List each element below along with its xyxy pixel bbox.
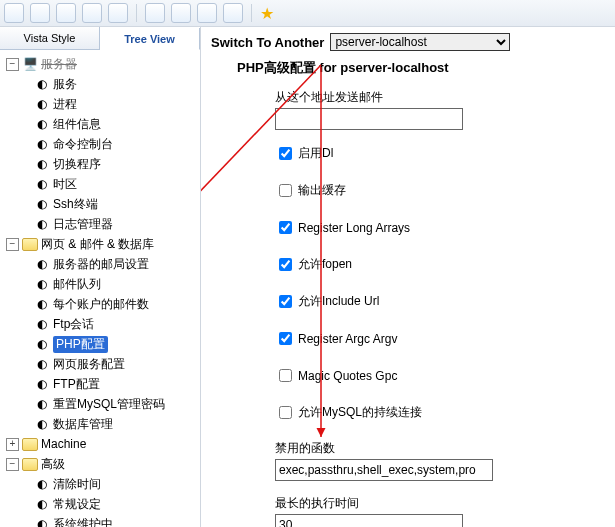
tree-item[interactable]: ◐组件信息	[6, 114, 198, 134]
tree-item-label: 组件信息	[53, 116, 101, 133]
item-icon: ◐	[34, 296, 50, 312]
item-icon: ◐	[34, 276, 50, 292]
item-icon: ◐	[34, 516, 50, 527]
tree-group[interactable]: 网页 & 邮件 & 数据库	[41, 236, 154, 253]
toolbar-btn[interactable]	[30, 3, 50, 23]
from-address-label: 从这个地址发送邮件	[275, 89, 605, 106]
tree-item[interactable]: ◐系统维护中	[6, 514, 198, 527]
form: 从这个地址发送邮件 启用Dl 输出缓存 Register Long Arrays…	[275, 89, 605, 527]
item-icon: ◐	[34, 396, 50, 412]
cb-register-long-arrays[interactable]	[279, 221, 292, 234]
from-address-input[interactable]	[275, 108, 463, 130]
tree-item-label: 命令控制台	[53, 136, 113, 153]
cb-output-buffer[interactable]	[279, 184, 292, 197]
tree-item[interactable]: ◐FTP配置	[6, 374, 198, 394]
cb-label: 允许Include Url	[298, 293, 379, 310]
tree-item-label: Ftp会话	[53, 316, 94, 333]
tree-item-label: 日志管理器	[53, 216, 113, 233]
toolbar-btn[interactable]	[197, 3, 217, 23]
tree-item[interactable]: ◐切换程序	[6, 154, 198, 174]
cb-allow-include-url[interactable]	[279, 295, 292, 308]
item-icon: ◐	[34, 336, 50, 352]
tree-item[interactable]: ◐进程	[6, 94, 198, 114]
cb-enable-dl[interactable]	[279, 147, 292, 160]
item-icon: ◐	[34, 316, 50, 332]
item-icon: ◐	[34, 156, 50, 172]
tree-item-label: 邮件队列	[53, 276, 101, 293]
toolbar-btn[interactable]	[82, 3, 102, 23]
cb-label: 允许fopen	[298, 256, 352, 273]
collapse-icon[interactable]: −	[6, 238, 19, 251]
expand-icon[interactable]: +	[6, 438, 19, 451]
disabled-fn-input[interactable]	[275, 459, 493, 481]
item-icon: ◐	[34, 256, 50, 272]
toolbar-btn[interactable]	[223, 3, 243, 23]
tree-item[interactable]: ◐常规设定	[6, 494, 198, 514]
tree-item[interactable]: ◐PHP配置	[6, 334, 198, 354]
collapse-icon[interactable]: −	[6, 58, 19, 71]
tree-item-label: 系统维护中	[53, 516, 113, 528]
tree-item-label: 进程	[53, 96, 77, 113]
cb-label: 启用Dl	[298, 145, 333, 162]
tree-item-label: PHP配置	[53, 336, 108, 353]
star-icon[interactable]: ★	[260, 4, 274, 23]
cb-register-argc-argv[interactable]	[279, 332, 292, 345]
cb-label: Register Argc Argv	[298, 332, 397, 346]
tree-item-label: 每个账户的邮件数	[53, 296, 149, 313]
tree-item[interactable]: ◐邮件队列	[6, 274, 198, 294]
tree-item[interactable]: ◐重置MySQL管理密码	[6, 394, 198, 414]
tree-item[interactable]: ◐服务	[6, 74, 198, 94]
tree-item[interactable]: ◐网页服务配置	[6, 354, 198, 374]
cb-magic-quotes[interactable]	[279, 369, 292, 382]
tree-item[interactable]: ◐时区	[6, 174, 198, 194]
item-icon: ◐	[34, 376, 50, 392]
switch-label: Switch To Another	[211, 35, 324, 50]
page-title: PHP高级配置 for pserver-localhost	[237, 59, 605, 77]
tab-vista[interactable]: Vista Style	[0, 27, 100, 49]
toolbar-btn[interactable]	[56, 3, 76, 23]
toolbar-btn[interactable]	[4, 3, 24, 23]
tree-item[interactable]: ◐Ftp会话	[6, 314, 198, 334]
tree-item-label: 切换程序	[53, 156, 101, 173]
tree-item[interactable]: ◐Ssh终端	[6, 194, 198, 214]
item-icon: ◐	[34, 476, 50, 492]
folder-icon	[22, 438, 38, 451]
item-icon: ◐	[34, 496, 50, 512]
tree-group[interactable]: 高级	[41, 456, 65, 473]
tree-item[interactable]: ◐命令控制台	[6, 134, 198, 154]
tree-group[interactable]: Machine	[41, 437, 86, 451]
max-time-input[interactable]	[275, 514, 463, 527]
item-icon: ◐	[34, 196, 50, 212]
tree-item-label: 网页服务配置	[53, 356, 125, 373]
max-time-label: 最长的执行时间	[275, 495, 605, 512]
tree-item[interactable]: ◐每个账户的邮件数	[6, 294, 198, 314]
cb-label: 输出缓存	[298, 182, 346, 199]
separator	[136, 4, 137, 22]
tree-item-label: 重置MySQL管理密码	[53, 396, 165, 413]
item-icon: ◐	[34, 96, 50, 112]
cb-label: 允许MySQL的持续连接	[298, 404, 422, 421]
tree-item[interactable]: ◐日志管理器	[6, 214, 198, 234]
switch-row: Switch To Another pserver-localhost	[211, 33, 605, 51]
tree-item-label: FTP配置	[53, 376, 100, 393]
server-select[interactable]: pserver-localhost	[330, 33, 510, 51]
separator	[251, 4, 252, 22]
tree-item[interactable]: ◐服务器的邮局设置	[6, 254, 198, 274]
tree-item[interactable]: ◐数据库管理	[6, 414, 198, 434]
tab-treeview[interactable]: Tree View	[100, 28, 200, 50]
tree-item-label: 服务	[53, 76, 77, 93]
collapse-icon[interactable]: −	[6, 458, 19, 471]
toolbar-btn[interactable]	[145, 3, 165, 23]
tree-group[interactable]: 服务器	[41, 56, 77, 73]
cb-allow-fopen[interactable]	[279, 258, 292, 271]
view-tabs: Vista Style Tree View	[0, 27, 200, 50]
cb-mysql-persist[interactable]	[279, 406, 292, 419]
tree-item-label: 常规设定	[53, 496, 101, 513]
tree-item-label: Ssh终端	[53, 196, 98, 213]
cb-label: Magic Quotes Gpc	[298, 369, 397, 383]
toolbar-btn[interactable]	[171, 3, 191, 23]
toolbar-btn[interactable]	[108, 3, 128, 23]
item-icon: ◐	[34, 76, 50, 92]
item-icon: ◐	[34, 176, 50, 192]
tree-item[interactable]: ◐清除时间	[6, 474, 198, 494]
